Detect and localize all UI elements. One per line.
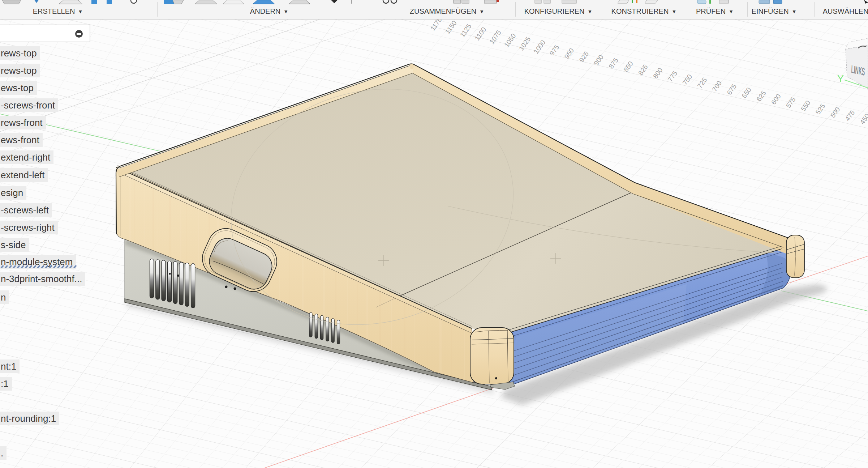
svg-text:Y: Y xyxy=(837,73,844,84)
